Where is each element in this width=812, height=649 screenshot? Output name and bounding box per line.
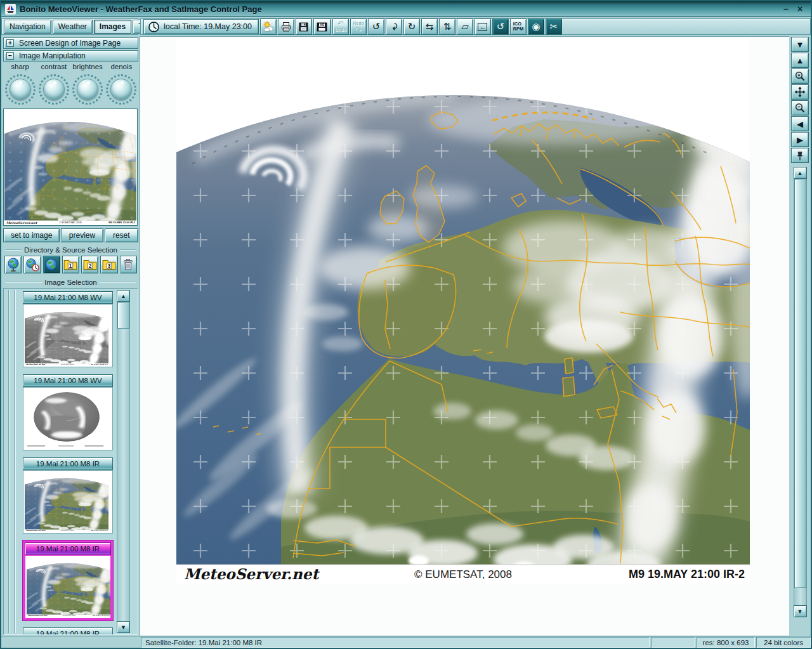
list-item-label[interactable]: 19.Mai 21:00 M8 WV	[23, 291, 113, 304]
thumbnail-ir-zoom[interactable]	[23, 470, 113, 534]
tab-navigation[interactable]: Navigation	[4, 20, 51, 34]
undo-button[interactable]: ↶Undo	[332, 18, 349, 35]
swap-horizontal-button[interactable]: ⇆	[421, 18, 438, 35]
globe-source-button[interactable]	[43, 256, 60, 273]
save-button[interactable]	[296, 18, 312, 35]
list-item-label[interactable]: 19.Mai 21:00 M8 IR	[23, 457, 113, 470]
main-scrollbar[interactable]: ▲ ▼	[794, 167, 807, 617]
denoise-knob[interactable]	[110, 79, 132, 100]
list-item-label[interactable]: 19.Mai 21:00 M8 IR	[23, 627, 113, 635]
folder-2-button[interactable]: 2	[81, 256, 98, 273]
satellite-image[interactable]	[176, 38, 750, 584]
window-title: Bonito MeteoViewer - WeatherFax and SatI…	[20, 4, 779, 14]
zoom-out-icon	[794, 102, 806, 114]
brightness-knob[interactable]	[77, 79, 98, 100]
save-as-button[interactable]: AS	[313, 18, 331, 35]
floppy-save-as-icon: AS	[316, 22, 328, 32]
folder-3-button[interactable]: 3	[100, 256, 117, 273]
move-right-button[interactable]: ▶	[791, 132, 809, 147]
ico-rpm-button[interactable]: ICORPM	[510, 18, 527, 35]
zoom-out-button[interactable]	[791, 100, 809, 115]
globe-time-icon	[25, 257, 40, 272]
list-scroll-track[interactable]	[117, 302, 130, 621]
knob-row	[3, 72, 138, 107]
reset-button[interactable]: reset	[105, 228, 138, 242]
move-down-button[interactable]: ▼	[791, 37, 809, 52]
tab-images[interactable]: Images	[94, 20, 131, 34]
swap-vertical-button[interactable]: ⇅	[439, 18, 455, 35]
pan-button[interactable]	[791, 84, 809, 100]
tab-bar: Navigation Weather Images Text	[1, 18, 138, 35]
sharp-knob[interactable]	[10, 79, 31, 100]
list-item[interactable]: 19.Mai 21:00 M8 WV	[23, 374, 113, 450]
status-bar: Satellite-Folder: 19.Mai 21:00 M8 IR res…	[1, 636, 811, 648]
thumbnail-ir-zoom-selected[interactable]	[25, 555, 111, 619]
list-item-selected[interactable]: 19.Mai 21:00 M8 IR	[23, 541, 113, 620]
knob-labels: sharpcontrastbrightnesdenois	[3, 63, 138, 72]
globe-time-button[interactable]	[23, 256, 41, 273]
titlebar: Bonito MeteoViewer - WeatherFax and SatI…	[1, 1, 811, 17]
list-item-label[interactable]: 19.Mai 21:00 M8 IR	[25, 542, 111, 555]
flip-horizontal-button[interactable]: ←	[475, 18, 491, 35]
move-up-button[interactable]: ▲	[791, 53, 809, 68]
skew-icon: ▱	[461, 21, 469, 32]
folder-1-button[interactable]: 1	[62, 256, 79, 273]
globe-pin-icon	[6, 257, 20, 272]
app-window: Bonito MeteoViewer - WeatherFax and SatI…	[0, 0, 812, 649]
list-item[interactable]: 19.Mai 21:00 M8 IR	[23, 457, 113, 534]
list-item[interactable]: 19.Mai 21:00 M8 IR	[23, 627, 113, 635]
svg-text:3: 3	[108, 263, 111, 269]
printer-icon	[280, 21, 292, 32]
manipulation-actions: set to image preview reset	[3, 228, 138, 242]
minimize-button[interactable]: –	[779, 4, 793, 14]
crop-button[interactable]: ✂	[546, 18, 562, 35]
sun-cloud-icon	[262, 20, 275, 33]
scroll-down-icon[interactable]: ▼	[117, 621, 130, 633]
scroll-down-icon[interactable]: ▼	[794, 605, 807, 617]
dither-button[interactable]: ◉	[528, 18, 544, 35]
screen-design-panel-header[interactable]: + Screen Design of Image Page	[3, 37, 138, 49]
pan-move-icon	[794, 86, 806, 98]
redo-button[interactable]: Redo↷	[350, 18, 367, 35]
folder-2-icon: 2	[82, 258, 98, 272]
clock-icon	[148, 21, 160, 33]
app-logo-icon	[5, 4, 16, 15]
scroll-up-icon[interactable]: ▲	[794, 167, 807, 179]
pin-button[interactable]	[791, 148, 809, 163]
thumbnail-wv-zoom[interactable]	[23, 304, 113, 367]
right-toolbar: ▼ ▲	[789, 36, 811, 636]
contrast-knob[interactable]	[43, 79, 65, 100]
local-time-display: local Time: 19.May 23:00	[143, 19, 259, 34]
close-button[interactable]: ×	[793, 4, 807, 14]
image-manipulation-panel-header[interactable]: − Image Manipulation	[3, 50, 138, 62]
zoom-in-icon	[794, 70, 806, 82]
print-button[interactable]	[278, 18, 294, 35]
weather-preview-button[interactable]	[260, 18, 277, 35]
expand-icon[interactable]: +	[6, 39, 14, 47]
scroll-up-icon[interactable]: ▲	[117, 290, 130, 302]
toolbar: Navigation Weather Images Text local Tim…	[1, 17, 811, 36]
zoom-in-button[interactable]	[791, 69, 809, 84]
image-manipulation-label: Image Manipulation	[19, 51, 86, 60]
list-scrollbar[interactable]: ▲ ▼	[117, 290, 130, 633]
list-scroll-thumb[interactable]	[117, 302, 129, 329]
rotate-right-button[interactable]: ↻	[403, 18, 420, 35]
preview-button[interactable]: preview	[61, 228, 103, 242]
delete-button[interactable]	[120, 256, 137, 273]
globe-pin-button[interactable]	[4, 256, 22, 273]
status-empty-panel	[651, 637, 695, 648]
list-item-label[interactable]: 19.Mai 21:00 M8 WV	[23, 374, 113, 387]
main-scroll-track[interactable]	[794, 179, 807, 605]
rotate-left-button[interactable]: ↺	[368, 18, 384, 35]
rotate-down-button[interactable]: ↷	[386, 18, 402, 35]
rotate-3d-button[interactable]: ↺	[492, 18, 509, 35]
swap-vertical-icon: ⇅	[443, 21, 452, 32]
set-to-image-button[interactable]: set to image	[3, 228, 60, 242]
collapse-icon[interactable]: −	[6, 52, 14, 60]
skew-button[interactable]: ▱	[457, 18, 473, 35]
tab-weather[interactable]: Weather	[53, 20, 93, 34]
list-item[interactable]: 19.Mai 21:00 M8 WV	[23, 291, 113, 367]
move-left-button[interactable]: ◀	[791, 116, 809, 131]
main-scroll-thumb[interactable]	[794, 179, 806, 588]
thumbnail-wv-disc[interactable]	[23, 387, 113, 450]
